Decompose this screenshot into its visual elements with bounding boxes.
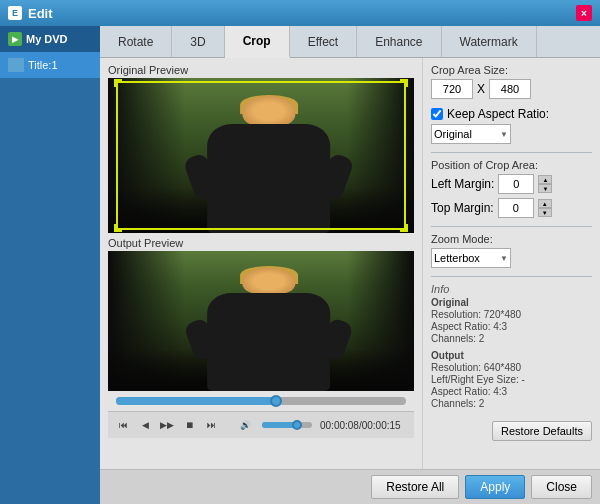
volume-bar[interactable] [262,422,312,428]
info-section: Info Original Resolution: 720*480 Aspect… [431,283,592,344]
preview-area: Original Preview [100,58,422,469]
original-info-sub: Original [431,297,592,308]
position-label: Position of Crop Area: [431,159,592,171]
tab-watermark[interactable]: Watermark [442,26,537,57]
top-margin-spinner: ▲ ▼ [538,199,552,217]
left-margin-down[interactable]: ▼ [538,184,552,193]
step-back-button[interactable]: ◀ [136,416,154,434]
crop-width-input[interactable] [431,79,473,99]
tab-rotate[interactable]: Rotate [100,26,172,57]
keep-aspect-ratio-row: Keep Aspect Ratio: [431,107,592,121]
seek-bar[interactable] [116,397,406,405]
volume-thumb[interactable] [292,420,302,430]
keep-aspect-ratio-label: Keep Aspect Ratio: [447,107,549,121]
dvd-icon: ▶ [8,32,22,46]
title-bar-left: E Edit [8,6,53,21]
playback-controls: ⏮ ◀ ▶▶ ⏹ ⏭ 🔊 00:00:08/00:00:15 [108,411,414,438]
zoom-mode-label: Zoom Mode: [431,233,592,245]
stop-button[interactable]: ⏹ [180,416,198,434]
output-preview-box [108,251,414,391]
keep-aspect-ratio-checkbox[interactable] [431,108,443,120]
volume-icon[interactable]: 🔊 [236,416,254,434]
kid-figure-output [192,265,345,391]
original-resolution: Resolution: 720*480 [431,309,592,320]
apply-button[interactable]: Apply [465,475,525,499]
zoom-mode-section: Zoom Mode: Letterbox ▼ [431,233,592,268]
editor-body: Original Preview [100,58,600,469]
output-bg [108,251,414,391]
crop-handle-bl[interactable] [114,224,122,232]
original-preview-section: Original Preview [108,64,414,233]
aspect-ratio-dropdown[interactable]: Original ▼ [431,124,511,144]
tab-enhance[interactable]: Enhance [357,26,441,57]
tab-3d[interactable]: 3D [172,26,224,57]
kid-body-orig [207,124,329,233]
top-margin-down[interactable]: ▼ [538,208,552,217]
app-icon: E [8,6,22,20]
zoom-mode-value: Letterbox [434,252,480,264]
divider-2 [431,226,592,227]
original-preview-box [108,78,414,233]
time-display: 00:00:08/00:00:15 [320,420,401,431]
tab-crop[interactable]: Crop [225,26,290,58]
title-bar: E Edit × [0,0,600,26]
crop-height-input[interactable] [489,79,531,99]
left-margin-up[interactable]: ▲ [538,175,552,184]
left-margin-row: Left Margin: ▲ ▼ [431,174,592,194]
skip-forward-button[interactable]: ⏭ [202,416,220,434]
divider-3 [431,276,592,277]
aspect-ratio-value: Original [434,128,472,140]
top-margin-label: Top Margin: [431,201,494,215]
info-title: Info [431,283,592,295]
close-window-button[interactable]: × [576,5,592,21]
left-margin-label: Left Margin: [431,177,494,191]
seek-thumb[interactable] [270,395,282,407]
top-margin-up[interactable]: ▲ [538,199,552,208]
crop-handle-tl[interactable] [114,79,122,87]
crop-handle-tr[interactable] [400,79,408,87]
crop-area-size-section: Crop Area Size: X [431,64,592,99]
skip-back-button[interactable]: ⏮ [114,416,132,434]
left-margin-input[interactable] [498,174,534,194]
output-eye-size: Left/Right Eye Size: - [431,374,592,385]
tabs-bar: Rotate 3D Crop Effect Enhance Watermark [100,26,600,58]
output-preview-label: Output Preview [108,237,414,249]
crop-area-size-label: Crop Area Size: [431,64,592,76]
sidebar-item-label: Title:1 [28,59,58,71]
main-container: ▶ My DVD Title:1 Rotate 3D Crop Effect E… [0,26,600,504]
play-button[interactable]: ▶▶ [158,416,176,434]
sidebar-title: My DVD [26,33,68,45]
window-title: Edit [28,6,53,21]
divider-1 [431,152,592,153]
zoom-mode-dropdown[interactable]: Letterbox ▼ [431,248,511,268]
title-thumbnail-icon [8,58,24,72]
content-area: Rotate 3D Crop Effect Enhance Watermark … [100,26,600,504]
aspect-ratio-section: Keep Aspect Ratio: Original ▼ [431,107,592,144]
top-margin-row: Top Margin: ▲ ▼ [431,198,592,218]
output-preview-section: Output Preview [108,237,414,391]
output-resolution: Resolution: 640*480 [431,362,592,373]
output-channels: Channels: 2 [431,398,592,409]
tab-effect[interactable]: Effect [290,26,357,57]
restore-all-button[interactable]: Restore All [371,475,459,499]
original-photo [108,78,414,233]
original-aspect-ratio: Aspect Ratio: 4:3 [431,321,592,332]
original-channels: Channels: 2 [431,333,592,344]
zoom-mode-arrow-icon: ▼ [500,254,508,263]
output-info-section: Output Resolution: 640*480 Left/Right Ey… [431,350,592,409]
kid-body-output [207,293,329,391]
restore-defaults-container: Restore Defaults [431,415,592,441]
original-preview-label: Original Preview [108,64,414,76]
sidebar-header: ▶ My DVD [0,26,100,52]
kid-figure-orig [192,94,345,234]
left-margin-spinner: ▲ ▼ [538,175,552,193]
crop-handle-br[interactable] [400,224,408,232]
restore-defaults-button[interactable]: Restore Defaults [492,421,592,441]
orig-bg [108,78,414,233]
top-margin-input[interactable] [498,198,534,218]
seek-bar-container [108,395,414,407]
close-button[interactable]: Close [531,475,592,499]
sidebar-item-title1[interactable]: Title:1 [0,52,100,78]
right-panel: Crop Area Size: X Keep Aspect Ratio: Ori… [422,58,600,469]
aspect-ratio-arrow-icon: ▼ [500,130,508,139]
